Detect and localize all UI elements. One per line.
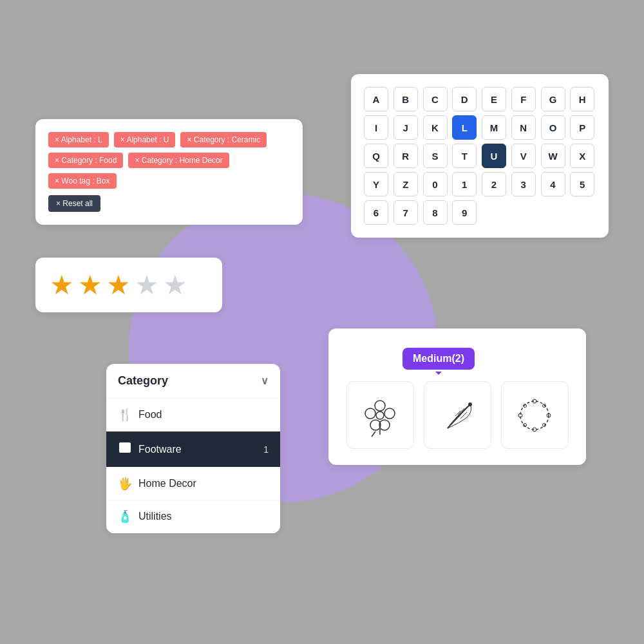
category-card: Category ∨ 🍴 Food Footware 1 🖐 Home Deco… [106,364,280,533]
alpha-btn-4[interactable]: 4 [541,172,565,196]
tag-alphabet-l[interactable]: × Alphabet : L [48,132,109,147]
home-decor-icon: 🖐 [118,477,132,491]
swatch-card: Medium(2) [328,328,586,465]
category-item-home-decor[interactable]: 🖐 Home Decor [106,468,280,500]
reset-all-button[interactable]: × Reset all [48,195,100,212]
category-header: Category ∨ [106,364,280,399]
alpha-btn-L[interactable]: L [452,115,477,140]
swatch-item-feather[interactable] [424,381,491,449]
footware-icon [118,440,132,458]
star-5[interactable]: ★ [163,269,187,301]
alpha-btn-I[interactable]: I [364,115,388,140]
alphabet-card: A B C D E F G H I J K L M N O P Q R S T … [351,74,609,238]
alpha-btn-N[interactable]: N [511,115,536,140]
category-label-home-decor: Home Decor [138,478,196,489]
svg-line-8 [372,431,375,437]
star-2[interactable]: ★ [78,269,102,301]
svg-point-1 [375,401,385,411]
alpha-btn-R[interactable]: R [393,144,418,168]
alpha-btn-E[interactable]: E [482,87,506,111]
alpha-btn-3[interactable]: 3 [511,172,536,196]
alpha-btn-B[interactable]: B [393,87,418,111]
tag-category-ceramic[interactable]: × Category : Ceramic [180,132,267,147]
filter-tags-container: × Alphabet : L × Alphabet : U × Category… [48,132,290,189]
alpha-btn-9[interactable]: 9 [452,200,477,225]
swatch-item-wreath[interactable] [501,381,569,449]
alpha-btn-P[interactable]: P [570,115,594,140]
alpha-btn-K[interactable]: K [423,115,448,140]
food-icon: 🍴 [118,408,132,422]
alpha-btn-C[interactable]: C [423,87,448,111]
tag-category-food[interactable]: × Category : Food [48,153,123,168]
star-4[interactable]: ★ [135,269,159,301]
alpha-btn-8[interactable]: 8 [423,200,448,225]
category-item-footware[interactable]: Footware 1 [106,431,280,468]
alpha-btn-V[interactable]: V [511,144,536,168]
svg-rect-0 [119,442,131,453]
star-rating-card: ★ ★ ★ ★ ★ [35,258,222,312]
alpha-btn-6[interactable]: 6 [364,200,388,225]
alpha-btn-H[interactable]: H [570,87,594,111]
svg-point-2 [384,408,395,419]
category-item-food[interactable]: 🍴 Food [106,399,280,431]
footware-count: 1 [263,444,269,455]
tag-alphabet-u[interactable]: × Alphabet : U [114,132,176,147]
alpha-btn-1[interactable]: 1 [452,172,477,196]
category-title: Category [118,374,168,388]
svg-point-6 [376,412,384,419]
alpha-btn-5[interactable]: 5 [570,172,594,196]
svg-point-3 [365,408,375,419]
star-rating: ★ ★ ★ ★ ★ [50,269,208,301]
category-label-footware: Footware [138,444,182,455]
star-1[interactable]: ★ [50,269,74,301]
alpha-btn-W[interactable]: W [541,144,565,168]
alpha-btn-Y[interactable]: Y [364,172,388,196]
alpha-btn-X[interactable]: X [570,144,594,168]
swatch-items-container [345,381,570,449]
alpha-btn-0[interactable]: 0 [423,172,448,196]
alpha-btn-M[interactable]: M [482,115,506,140]
alpha-btn-O[interactable]: O [541,115,565,140]
category-item-utilities[interactable]: 🧴 Utilities [106,500,280,533]
svg-point-13 [468,402,472,406]
alpha-btn-J[interactable]: J [393,115,418,140]
category-label-utilities: Utilities [138,511,172,522]
swatch-tooltip: Medium(2) [402,348,475,370]
star-3[interactable]: ★ [106,269,131,301]
filter-card: × Alphabet : L × Alphabet : U × Category… [35,119,303,225]
utilities-icon: 🧴 [118,509,132,524]
chevron-down-icon[interactable]: ∨ [261,375,269,387]
category-label-food: Food [138,409,162,421]
alpha-btn-Z[interactable]: Z [393,172,418,196]
swatch-item-flower[interactable] [346,381,414,449]
alphabet-grid: A B C D E F G H I J K L M N O P Q R S T … [364,87,596,225]
alpha-btn-2[interactable]: 2 [482,172,506,196]
alpha-btn-U[interactable]: U [482,144,506,168]
alpha-btn-Q[interactable]: Q [364,144,388,168]
alpha-btn-D[interactable]: D [452,87,477,111]
tag-category-home-decor[interactable]: × Category : Home Decor [128,153,229,168]
tag-woo-box[interactable]: × Woo tag : Box [48,173,117,189]
svg-point-14 [520,401,549,430]
alpha-btn-A[interactable]: A [364,87,388,111]
svg-line-9 [448,404,470,428]
alpha-btn-7[interactable]: 7 [393,200,418,225]
alpha-btn-F[interactable]: F [511,87,536,111]
alpha-btn-T[interactable]: T [452,144,477,168]
alpha-btn-S[interactable]: S [423,144,448,168]
alpha-btn-G[interactable]: G [541,87,565,111]
